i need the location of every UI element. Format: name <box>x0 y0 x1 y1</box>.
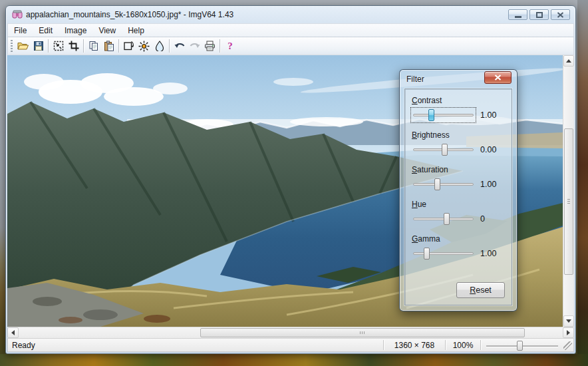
filter-dialog-close-button[interactable] <box>484 71 512 84</box>
gamma-label: Gamma <box>412 234 506 244</box>
scroll-up-button[interactable] <box>563 55 574 67</box>
save-icon <box>33 41 44 51</box>
filter-dialog: Filter Contrast 1.00 Brightness 0.00 <box>399 69 517 311</box>
select-resize-icon <box>53 41 64 51</box>
scroll-down-button[interactable] <box>563 315 574 327</box>
brightness-slider[interactable] <box>412 143 475 156</box>
zoom-percentage: 100% <box>446 341 480 350</box>
vertical-scrollbar-thumb[interactable] <box>564 128 573 275</box>
saturation-label: Saturation <box>412 165 506 174</box>
zoom-slider-thumb[interactable] <box>517 341 523 351</box>
copy-button[interactable] <box>86 39 101 53</box>
close-icon <box>557 12 564 18</box>
toolbar-separator <box>83 39 84 53</box>
menu-image[interactable]: Image <box>59 24 92 37</box>
reset-button[interactable]: Reset <box>456 282 505 298</box>
open-folder-icon <box>17 41 29 51</box>
help-button[interactable]: ? <box>222 39 237 53</box>
select-resize-button[interactable] <box>51 39 66 53</box>
scrollbar-grip <box>567 199 570 204</box>
undo-icon <box>174 41 186 51</box>
arrow-right-icon <box>567 330 570 335</box>
contrast-value: 1.00 <box>480 110 496 120</box>
arrow-up-icon <box>566 59 571 63</box>
slider-track[interactable] <box>413 252 474 255</box>
gamma-slider-thumb[interactable] <box>424 248 430 260</box>
brightness-label: Brightness <box>412 130 506 140</box>
contrast-group: Contrast 1.00 <box>412 96 506 122</box>
saturation-button[interactable] <box>152 39 167 53</box>
open-button[interactable] <box>15 39 31 53</box>
app-icon <box>12 9 23 20</box>
horizontal-scrollbar[interactable] <box>7 327 574 338</box>
close-button[interactable] <box>551 9 570 20</box>
saturation-group: Saturation 1.00 <box>412 165 506 191</box>
slider-track[interactable] <box>413 183 474 186</box>
brightness-value: 0.00 <box>480 145 496 154</box>
minimize-button[interactable] <box>508 9 527 20</box>
toolbar-separator <box>48 39 49 53</box>
saturation-value: 1.00 <box>480 180 496 189</box>
arrow-left-icon <box>11 330 15 335</box>
slider-track[interactable] <box>413 114 474 116</box>
status-message: Ready <box>8 341 35 350</box>
menu-view[interactable]: View <box>92 24 122 37</box>
scrollbar-grip <box>360 331 365 334</box>
redo-button[interactable] <box>187 39 202 53</box>
paste-button[interactable] <box>101 39 116 53</box>
horizontal-scrollbar-thumb[interactable] <box>200 328 525 337</box>
toolbar-separator <box>169 39 170 53</box>
window-title: appalachian_mountains_5k-1680x1050.jpg* … <box>26 10 233 19</box>
contrast-slider[interactable] <box>412 108 475 122</box>
crop-icon <box>69 41 79 51</box>
brightness-button[interactable] <box>136 39 152 53</box>
maximize-button[interactable] <box>529 9 549 20</box>
close-icon <box>494 75 502 81</box>
hue-slider[interactable] <box>412 212 475 226</box>
print-icon <box>204 41 216 51</box>
contrast-slider-thumb[interactable] <box>428 109 434 121</box>
hue-label: Hue <box>412 200 506 209</box>
undo-button[interactable] <box>172 39 187 53</box>
minimize-icon <box>515 16 521 18</box>
tool-bar: ? <box>7 37 574 55</box>
desktop-wallpaper-bottom <box>0 354 588 366</box>
brightness-slider-thumb[interactable] <box>442 144 448 156</box>
toolbar-gripper <box>11 40 13 52</box>
gamma-group: Gamma 1.00 <box>412 234 506 260</box>
status-separator <box>480 340 481 350</box>
rotate-button[interactable] <box>121 39 136 53</box>
color-droplet-icon <box>155 41 164 51</box>
reset-button-label: Reset <box>457 285 504 295</box>
resize-grip[interactable] <box>563 341 572 350</box>
save-button[interactable] <box>31 39 46 53</box>
rotate-icon <box>123 41 134 51</box>
print-button[interactable] <box>202 39 218 53</box>
toolbar-separator <box>118 39 119 53</box>
copy-icon <box>88 41 99 51</box>
maximize-icon <box>536 12 543 18</box>
menu-help[interactable]: Help <box>122 24 150 37</box>
filter-dialog-title: Filter <box>406 75 424 84</box>
hue-value: 0 <box>480 214 485 224</box>
zoom-slider[interactable] <box>485 339 559 351</box>
image-dimensions: 1360 × 768 <box>384 341 445 350</box>
paste-icon <box>104 41 114 51</box>
svg-text:?: ? <box>227 41 233 51</box>
menu-file[interactable]: File <box>8 24 33 37</box>
window-titlebar[interactable]: appalachian_mountains_5k-1680x1050.jpg* … <box>7 6 574 23</box>
scroll-left-button[interactable] <box>7 327 19 338</box>
scroll-right-button[interactable] <box>563 327 574 338</box>
desktop-wallpaper-right <box>577 0 588 366</box>
help-icon: ? <box>225 41 235 51</box>
vertical-scrollbar[interactable] <box>563 55 574 327</box>
arrow-down-icon <box>566 319 571 323</box>
saturation-slider[interactable] <box>412 178 475 191</box>
saturation-slider-thumb[interactable] <box>434 178 440 190</box>
crop-button[interactable] <box>66 39 81 53</box>
redo-icon <box>189 41 201 51</box>
menu-edit[interactable]: Edit <box>33 24 59 37</box>
filter-dialog-client: Contrast 1.00 Brightness 0.00 Saturation <box>404 89 512 305</box>
gamma-slider[interactable] <box>412 247 475 260</box>
hue-slider-thumb[interactable] <box>444 213 450 225</box>
